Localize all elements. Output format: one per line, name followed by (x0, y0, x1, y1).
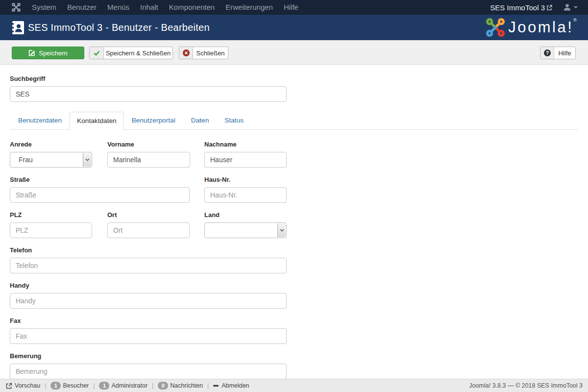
svg-text:?: ? (545, 50, 548, 56)
